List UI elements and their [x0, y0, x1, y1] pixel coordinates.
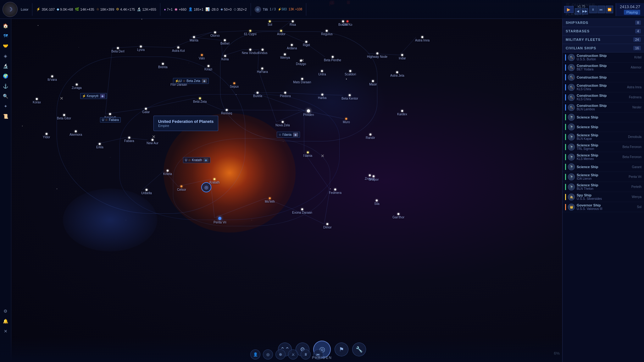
system-sepux[interactable]: Sepux: [230, 82, 239, 88]
bottom-mini-btn-4[interactable]: ⚔: [288, 349, 298, 359]
sidebar-icon-espionage[interactable]: 🔍: [1, 92, 10, 101]
system-exonadaraan[interactable]: Exona Daraan: [292, 208, 312, 214]
section-civilian[interactable]: CIVILIAN SHIPS 16: [563, 44, 644, 52]
ship-item-0[interactable]: 🔨 Construction Ship U.S.S. Burton Kritel: [563, 52, 644, 63]
ship-item-12[interactable]: 🔭 Science Ship IDA Lteron Penta Vri: [563, 172, 644, 182]
sidebar-icon-multi[interactable]: ✕: [1, 327, 10, 336]
system-pentavri[interactable]: Penta Vri: [214, 217, 226, 224]
system-masir[interactable]: Masir: [369, 80, 377, 86]
ship-item-13[interactable]: 🔭 Science Ship BLN Theton Perteth: [563, 182, 644, 192]
system-brenta[interactable]: Brenta: [158, 63, 167, 69]
system-ibvara[interactable]: Ib'vara: [47, 75, 57, 81]
system-fedmera[interactable]: Fedmera: [329, 189, 341, 195]
system-galar[interactable]: Galar: [142, 108, 150, 114]
ship-item-1[interactable]: 🔨 Construction Ship BET Yodara Aitemor: [563, 63, 644, 73]
system-chilko[interactable]: Chil'Ko: [342, 20, 352, 26]
fleet-kesprytt[interactable]: ⚡Kesprytt ◈: [80, 93, 107, 99]
system-matsdaraan[interactable]: Mats Daraan: [293, 78, 311, 84]
system-andor[interactable]: Andor: [277, 30, 286, 36]
system-rigel[interactable]: Rigel: [303, 41, 310, 47]
system-muro[interactable]: Muro: [343, 118, 350, 124]
next-btn[interactable]: ⏩: [606, 6, 613, 13]
ship-item-5[interactable]: 🔨 Construction Ship BLN Lambos Nesler: [563, 102, 644, 112]
system-snapor2[interactable]: Snapor: [369, 175, 379, 181]
system-fabara[interactable]: Fabara: [124, 137, 134, 143]
ship-item-3[interactable]: 🔨 Construction Ship KLS Chira Astra Imra: [563, 82, 644, 92]
system-highwaynode[interactable]: Highway Node: [367, 52, 387, 58]
fleet-fabara[interactable]: U ☆ Fabara: [100, 117, 121, 123]
ship-item-8[interactable]: 🔭 Science Ship BLN Kapar Denobula: [563, 132, 644, 142]
ship-item-15[interactable]: 👑 Governor Ship U.S.S. Valorous III Sol: [563, 202, 644, 212]
fleet-idania[interactable]: ☆ I'dania ◈: [277, 132, 300, 138]
system-regulus[interactable]: Regulus: [321, 30, 333, 36]
system-krilela[interactable]: Krilela: [163, 170, 172, 176]
system-wenya[interactable]: Wenya: [280, 53, 290, 59]
sidebar-icon-research[interactable]: 🔬: [1, 62, 10, 70]
ship-item-10[interactable]: 🔭 Science Ship KLS Memex Beta Feronon: [563, 152, 644, 162]
fleet-beta-zeta[interactable]: ⚡U ☆ Beta Zeta ◈: [173, 78, 209, 84]
ship-item-4[interactable]: 🔨 Construction Ship KLS Chira Fedmera: [563, 92, 644, 102]
bottom-mini-btn-1[interactable]: 👤: [250, 349, 260, 359]
sidebar-icon-fleets[interactable]: ⚓: [1, 82, 10, 90]
sidebar-icon-home[interactable]: 🏠: [1, 21, 10, 30]
system-pledora[interactable]: Pledora: [280, 92, 291, 98]
system-ganthor[interactable]: Gan'thor: [392, 213, 404, 219]
ship-item-2[interactable]: 🔨 Construction Ship: [563, 73, 644, 82]
system-haftara[interactable]: Haf'tara: [257, 68, 268, 74]
system-phriden[interactable]: Phriden: [303, 109, 314, 117]
system-betaderl[interactable]: Beta Derl: [111, 47, 125, 53]
system-astraimra[interactable]: Astra Imra: [415, 36, 430, 42]
ship-item-7[interactable]: 🔭 Science Ship: [563, 122, 644, 132]
system-newxindus[interactable]: New Xindus: [242, 49, 258, 55]
system-betagitor[interactable]: Beta Gitor: [57, 114, 71, 120]
pause-btn[interactable]: ⏸: [589, 6, 597, 13]
ship-item-6[interactable]: 🔭 Science Ship: [563, 112, 644, 122]
system-korax[interactable]: Korax: [33, 98, 41, 104]
system-erkla[interactable]: Erkla: [96, 143, 103, 149]
system-harba[interactable]: Harba: [318, 94, 326, 100]
system-risa[interactable]: Risa: [290, 20, 296, 26]
sidebar-icon-edicts[interactable]: 📜: [1, 112, 10, 121]
system-betakentor[interactable]: Beta Kentor: [341, 94, 358, 100]
ship-item-11[interactable]: 🔭 Science Ship Garant: [563, 162, 644, 172]
system-bethel[interactable]: Bethel: [220, 39, 229, 45]
system-lysra[interactable]: Lysra: [137, 46, 145, 52]
speed-dec[interactable]: ◀: [575, 8, 581, 14]
fleet-kratath[interactable]: U ☆ Kratath ◈: [183, 157, 210, 163]
sidebar-icon-empire[interactable]: ◈: [1, 52, 10, 60]
system-sol[interactable]: Sol: [268, 20, 272, 26]
system-astrajela[interactable]: Astra Jela: [390, 71, 404, 77]
system-renneq[interactable]: Renneq: [221, 109, 232, 115]
sidebar-icon-map[interactable]: 🗺: [1, 31, 10, 40]
sidebar-icon-traditions[interactable]: ✦: [1, 102, 10, 111]
system-untra[interactable]: Untra: [318, 70, 326, 76]
system-idania[interactable]: I'dania: [303, 151, 312, 157]
system-yldor[interactable]: Yldor: [43, 133, 50, 139]
system-ardana[interactable]: Ardana: [287, 44, 297, 50]
section-shipyards[interactable]: SHIPYARDS 8: [563, 19, 644, 27]
system-valo[interactable]: Valo: [199, 54, 205, 60]
system-burela[interactable]: Burela: [253, 92, 262, 98]
bottom-mini-btn-5[interactable]: ⏸: [301, 349, 311, 359]
bottom-mini-btn-2[interactable]: ◎: [263, 349, 273, 359]
speed-inc[interactable]: ▶▶: [582, 8, 588, 14]
system-akemora[interactable]: Akemora: [69, 130, 82, 136]
system-betapenthe[interactable]: Beta Penthe: [324, 56, 341, 62]
system-sila[interactable]: Sila: [374, 200, 380, 206]
system-moleth[interactable]: Mo'leth: [265, 197, 275, 203]
system-olorvo[interactable]: Olorvo: [210, 31, 219, 37]
system-astrakol[interactable]: Astra Kol: [172, 47, 185, 52]
system-betazeta[interactable]: Beta Zeta: [193, 97, 207, 103]
system-zuraga[interactable]: Zuraga: [72, 84, 82, 90]
system-newaur[interactable]: New Aur: [147, 139, 158, 145]
system-kena[interactable]: Kena: [221, 55, 229, 61]
sidebar-icon-notifications[interactable]: 🔔: [1, 317, 10, 326]
ship-item-14[interactable]: 🕵 Spy Ship U.S.S. Silversides Wenya: [563, 192, 644, 202]
system-manta[interactable]: Manta: [190, 36, 198, 42]
system-xindus[interactable]: Xindus: [258, 49, 268, 55]
empire-logo[interactable]: ☽: [3, 2, 18, 17]
system-61cygni[interactable]: 61 Cygni: [244, 30, 256, 36]
system-randir[interactable]: Randir: [366, 134, 375, 140]
bottom-mini-btn-3[interactable]: ⊕: [275, 349, 286, 359]
system-indar[interactable]: Indar: [399, 54, 406, 60]
